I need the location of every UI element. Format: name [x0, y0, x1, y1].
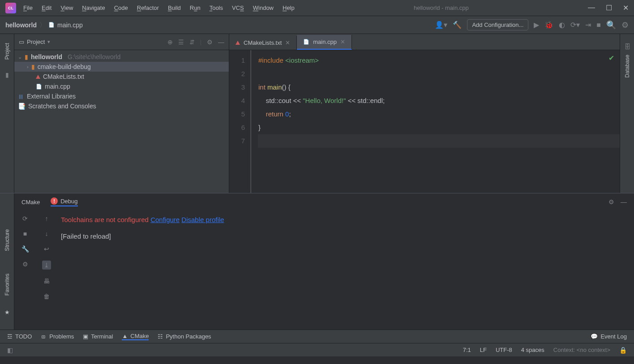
tree-scratches[interactable]: 📑 Scratches and Consoles — [14, 101, 229, 111]
menu-view[interactable]: View — [60, 4, 73, 11]
tree-cmake-build-debug[interactable]: › ▮ cmake-build-debug — [14, 62, 229, 72]
favorites-tool-button[interactable]: Favorites — [4, 274, 10, 295]
structure-tool-button[interactable]: Structure — [4, 229, 10, 251]
disable-profile-link[interactable]: Disable profile — [181, 216, 224, 223]
problems-tool-button[interactable]: ⦻Problems — [41, 333, 74, 340]
breadcrumb-project[interactable]: helloworld — [5, 21, 37, 29]
profile-icon[interactable]: ⟳▾ — [570, 21, 580, 29]
menu-navigate[interactable]: Navigate — [82, 4, 105, 11]
hammer-icon[interactable]: 🔨 — [453, 21, 462, 29]
cmake-tool-button[interactable]: ▲CMake — [122, 333, 149, 340]
panel-hide-icon[interactable]: — — [218, 39, 224, 46]
stop-icon[interactable]: ■ — [23, 230, 27, 237]
menu-build[interactable]: Build — [168, 4, 181, 11]
context-status[interactable]: Context: <no context> — [553, 347, 610, 353]
menu-vcs[interactable]: VCS — [232, 4, 244, 11]
scroll-end-icon[interactable]: ⤓ — [42, 261, 51, 270]
tab-label: main.cpp — [313, 39, 337, 45]
todo-tool-button[interactable]: ☲TODO — [7, 333, 32, 340]
close-tab-icon[interactable]: ✕ — [340, 39, 345, 45]
caret-position[interactable]: 7:1 — [463, 347, 471, 353]
terminal-tool-button[interactable]: ▣Terminal — [83, 333, 113, 340]
code-token: "Hello, World!" — [303, 97, 346, 104]
user-icon[interactable]: 👤▾ — [435, 21, 447, 29]
code-token: int — [258, 83, 266, 91]
tab-maincpp[interactable]: 📄 main.cpp ✕ — [297, 35, 352, 50]
clear-icon[interactable]: 🗑 — [43, 293, 50, 300]
project-tool-button[interactable]: Project — [4, 43, 10, 60]
left-tool-rail-lower: Structure Favorites ★ — [0, 193, 14, 330]
menu-file[interactable]: File — [23, 4, 33, 11]
bottom-panel-tabs: CMake ! Debug ⚙ — — [14, 193, 634, 210]
stop-icon[interactable]: ■ — [596, 21, 601, 29]
run-icon[interactable]: ▶ — [534, 21, 539, 29]
add-configuration-dropdown[interactable]: Add Configuration... — [467, 19, 528, 30]
search-icon[interactable]: 🔍 — [606, 20, 616, 30]
collapse-all-icon[interactable]: ⇵ — [189, 39, 195, 46]
breadcrumb: helloworld 〉 📄 main.cpp — [5, 21, 83, 29]
menu-help[interactable]: Help — [283, 4, 295, 11]
maximize-button[interactable]: ☐ — [606, 4, 612, 12]
folder-icon: ▮ — [25, 53, 28, 60]
settings-gear-icon[interactable]: ⚙ — [621, 20, 629, 30]
tab-cmakelists[interactable]: CMakeLists.txt ✕ — [229, 36, 297, 50]
tree-cmakelists[interactable]: CMakeLists.txt — [14, 72, 229, 81]
wrap-icon[interactable]: ↩ — [44, 245, 49, 253]
menu-window[interactable]: Window — [253, 4, 274, 11]
editor-tab-bar: CMakeLists.txt ✕ 📄 main.cpp ✕ — [229, 34, 620, 50]
settings-icon[interactable]: ⚙ — [22, 261, 28, 268]
line-separator[interactable]: LF — [480, 347, 487, 353]
tree-maincpp[interactable]: 📄 main.cpp — [14, 81, 229, 91]
menu-run[interactable]: Run — [190, 4, 201, 11]
tab-label: CMakeLists.txt — [244, 39, 282, 46]
cmake-console[interactable]: Toolchains are not configured Configure … — [57, 210, 634, 330]
file-encoding[interactable]: UTF-8 — [496, 347, 512, 353]
up-arrow-icon[interactable]: ↑ — [45, 215, 48, 222]
print-icon[interactable]: 🖶 — [43, 278, 50, 285]
database-icon[interactable]: 🗄 — [624, 43, 630, 50]
console-toolbar-col1: ⟳ ■ 🔧 ⚙ — [14, 210, 36, 330]
code-editor[interactable]: 1234567 #include <iostream> int main() {… — [229, 50, 620, 193]
panel-gear-icon[interactable]: ⚙ — [608, 198, 614, 206]
down-arrow-icon[interactable]: ↓ — [45, 230, 48, 237]
tree-external-libraries[interactable]: ⫼ External Libraries — [14, 91, 229, 101]
select-opened-file-icon[interactable]: ⊕ — [167, 39, 173, 46]
debug-icon[interactable]: 🐞 — [544, 21, 553, 29]
minimize-button[interactable]: — — [588, 4, 595, 12]
code-token: std::cout << — [258, 97, 303, 104]
code-token: main — [266, 83, 282, 91]
close-button[interactable]: ✕ — [623, 4, 629, 12]
panel-gear-icon[interactable]: ⚙ — [207, 39, 213, 46]
menu-edit[interactable]: Edit — [42, 4, 51, 11]
bottom-tab-cmake[interactable]: CMake — [21, 199, 40, 206]
close-tab-icon[interactable]: ✕ — [285, 39, 290, 46]
menu-tools[interactable]: Tools — [210, 4, 223, 11]
scratches-icon: 📑 — [18, 103, 26, 110]
coverage-icon[interactable]: ◐ — [559, 21, 565, 29]
event-log-button[interactable]: 💬Event Log — [591, 333, 627, 340]
reload-icon[interactable]: ⟳ — [22, 215, 28, 222]
menu-code[interactable]: Code — [114, 4, 128, 11]
python-packages-tool-button[interactable]: ☷Python Packages — [158, 333, 211, 340]
project-tree: ⌄ ▮ helloworld G:\site\c\helloworld › ▮ … — [14, 50, 229, 113]
attach-icon[interactable]: ⇥ — [585, 21, 591, 29]
expand-all-icon[interactable]: ☰ — [178, 39, 184, 46]
project-panel: ▭ Project ▾ ⊕ ☰ ⇵ | ⚙ — ⌄ ▮ helloworld G… — [14, 34, 229, 193]
configure-link[interactable]: Configure — [150, 216, 180, 223]
bb-label: TODO — [15, 333, 32, 340]
breadcrumb-file[interactable]: main.cpp — [57, 21, 83, 29]
error-badge-icon: ! — [51, 197, 58, 205]
project-view-selector[interactable]: ▭ Project ▾ — [19, 39, 50, 45]
indent-setting[interactable]: 4 spaces — [521, 347, 544, 353]
tree-root[interactable]: ⌄ ▮ helloworld G:\site\c\helloworld — [14, 52, 229, 62]
tree-root-label: helloworld — [31, 53, 62, 60]
database-tool-button[interactable]: Database — [624, 55, 630, 77]
lock-icon[interactable]: 🔒 — [619, 347, 627, 354]
build-settings-icon[interactable]: 🔧 — [21, 245, 29, 253]
left-tool-rail: Project ▮ — [0, 34, 14, 193]
panel-hide-icon[interactable]: — — [621, 198, 627, 206]
menu-refactor[interactable]: Refactor — [137, 4, 159, 11]
bottom-tab-debug[interactable]: ! Debug — [51, 197, 77, 206]
tool-windows-icon[interactable]: ◧ — [7, 347, 13, 354]
folder-rail-icon[interactable]: ▮ — [5, 71, 9, 78]
